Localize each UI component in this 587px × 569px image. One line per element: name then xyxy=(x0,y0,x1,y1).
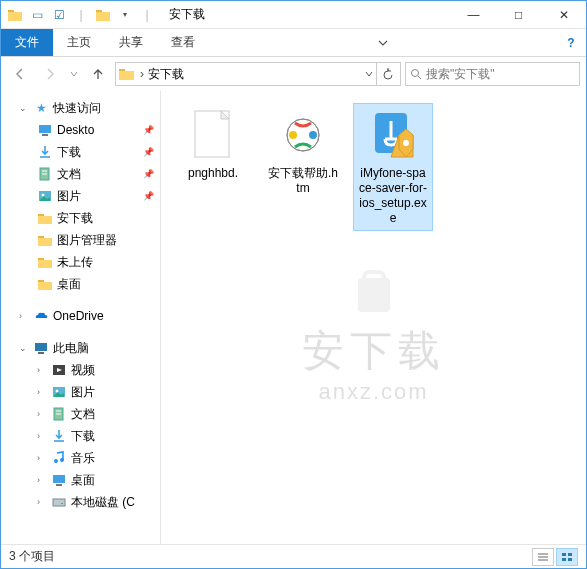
navigation-pane[interactable]: ⌄ ★ 快速访问 Deskto📌 下载📌 文档📌 图片📌 安下载 图片管理器 xyxy=(1,91,161,544)
sidebar-item[interactable]: Deskto📌 xyxy=(1,119,160,141)
up-button[interactable] xyxy=(85,61,111,87)
breadcrumb-chevron-icon[interactable]: › xyxy=(140,67,144,81)
tab-view[interactable]: 查看 xyxy=(157,29,209,56)
qat-dropdown-icon[interactable]: ▾ xyxy=(117,7,133,23)
svg-rect-21 xyxy=(38,260,52,268)
tab-file[interactable]: 文件 xyxy=(1,29,53,56)
expand-icon[interactable]: ⌄ xyxy=(19,343,29,353)
address-bar[interactable]: › 安下载 xyxy=(115,62,401,86)
file-icon xyxy=(189,108,237,162)
watermark-cn: 安下载 xyxy=(302,323,446,379)
svg-point-41 xyxy=(289,131,297,139)
expand-icon[interactable]: › xyxy=(37,387,47,397)
sidebar-item[interactable]: 图片📌 xyxy=(1,185,160,207)
svg-point-6 xyxy=(412,70,419,77)
help-button[interactable]: ? xyxy=(556,29,586,56)
svg-rect-25 xyxy=(38,352,44,354)
sidebar-item[interactable]: 文档📌 xyxy=(1,163,160,185)
tab-home[interactable]: 主页 xyxy=(53,29,105,56)
file-item[interactable]: pnghhbd. xyxy=(173,103,253,186)
close-button[interactable]: ✕ xyxy=(541,1,586,29)
svg-rect-9 xyxy=(42,134,48,136)
file-icon xyxy=(279,108,327,162)
window-title: 安下载 xyxy=(161,6,451,23)
file-item[interactable]: 安下载帮助.htm xyxy=(263,103,343,201)
sidebar-label: 此电脑 xyxy=(53,340,89,357)
sidebar-item-label: 桌面 xyxy=(71,472,95,489)
folder-icon xyxy=(37,254,53,270)
search-placeholder: 搜索"安下载" xyxy=(426,66,575,83)
file-item[interactable]: iMyfone-space-saver-for-ios_setup.exe xyxy=(353,103,433,231)
documents-icon xyxy=(37,166,53,182)
sidebar-item[interactable]: 桌面 xyxy=(1,273,160,295)
sidebar-item[interactable]: › 本地磁盘 (C xyxy=(1,491,160,513)
expand-icon[interactable]: › xyxy=(37,365,47,375)
tab-share[interactable]: 共享 xyxy=(105,29,157,56)
ribbon-expand-button[interactable] xyxy=(368,29,398,56)
expand-icon[interactable]: › xyxy=(37,453,47,463)
sidebar-item[interactable]: › 图片 xyxy=(1,381,160,403)
ribbon: 文件 主页 共享 查看 ? xyxy=(1,29,586,57)
folder-app-icon xyxy=(7,7,23,23)
sidebar-item[interactable]: 未上传 xyxy=(1,251,160,273)
svg-rect-36 xyxy=(56,484,62,486)
file-list[interactable]: pnghhbd. 安下载帮助.htm iMyfone-space-saver-f… xyxy=(161,91,586,544)
minimize-button[interactable]: — xyxy=(451,1,496,29)
onedrive-icon xyxy=(33,308,49,324)
sidebar-item[interactable]: › 音乐 xyxy=(1,447,160,469)
view-icons-button[interactable] xyxy=(556,548,578,566)
folder-icon xyxy=(37,210,53,226)
back-button[interactable] xyxy=(7,61,33,87)
expand-icon[interactable]: › xyxy=(19,311,29,321)
qat-separator: | xyxy=(139,7,155,23)
watermark: 安下载 anxz.com xyxy=(302,260,446,405)
folder-icon xyxy=(37,276,53,292)
sidebar-item-label: 视频 xyxy=(71,362,95,379)
view-details-button[interactable] xyxy=(532,548,554,566)
folder-icon xyxy=(37,232,53,248)
refresh-button[interactable] xyxy=(376,63,398,85)
sidebar-label: OneDrive xyxy=(53,309,104,323)
sidebar-item-label: Deskto xyxy=(57,123,94,137)
sidebar-quick-access[interactable]: ⌄ ★ 快速访问 xyxy=(1,97,160,119)
sidebar-item-label: 未上传 xyxy=(57,254,93,271)
expand-icon[interactable]: › xyxy=(37,475,47,485)
expand-icon[interactable]: › xyxy=(37,409,47,419)
address-history-dropdown[interactable] xyxy=(360,70,376,78)
svg-point-28 xyxy=(56,390,59,393)
sidebar-item[interactable]: 安下载 xyxy=(1,207,160,229)
qat-checkbox-icon[interactable]: ☑ xyxy=(51,7,67,23)
svg-rect-5 xyxy=(119,71,134,80)
svg-rect-50 xyxy=(562,553,566,556)
svg-rect-24 xyxy=(35,343,47,351)
search-icon xyxy=(410,68,422,80)
breadcrumb-folder[interactable]: 安下载 xyxy=(148,66,360,83)
search-input[interactable]: 搜索"安下载" xyxy=(405,62,580,86)
maximize-button[interactable]: □ xyxy=(496,1,541,29)
sidebar-item[interactable]: › 桌面 xyxy=(1,469,160,491)
folder-small-icon xyxy=(95,7,111,23)
sidebar-item[interactable]: › 文档 xyxy=(1,403,160,425)
sidebar-item[interactable]: 图片管理器 xyxy=(1,229,160,251)
quick-access-star-icon: ★ xyxy=(33,100,49,116)
status-item-count: 3 个项目 xyxy=(9,548,55,565)
expand-icon[interactable]: › xyxy=(37,497,47,507)
documents-icon xyxy=(51,406,67,422)
qat-properties-icon[interactable]: ▭ xyxy=(29,7,45,23)
recent-dropdown[interactable] xyxy=(67,61,81,87)
file-label: pnghhbd. xyxy=(188,166,238,181)
sidebar-onedrive[interactable]: › OneDrive xyxy=(1,305,160,327)
sidebar-item[interactable]: › 下载 xyxy=(1,425,160,447)
sidebar-item[interactable]: 下载📌 xyxy=(1,141,160,163)
music-icon xyxy=(51,450,67,466)
pin-icon: 📌 xyxy=(143,125,154,135)
svg-line-7 xyxy=(418,76,421,79)
expand-icon[interactable]: ⌄ xyxy=(19,103,29,113)
file-label: 安下载帮助.htm xyxy=(268,166,338,196)
expand-icon[interactable]: › xyxy=(37,431,47,441)
sidebar-item[interactable]: › 视频 xyxy=(1,359,160,381)
svg-rect-38 xyxy=(61,503,63,504)
sidebar-this-pc[interactable]: ⌄ 此电脑 xyxy=(1,337,160,359)
svg-rect-17 xyxy=(38,216,52,224)
forward-button[interactable] xyxy=(37,61,63,87)
